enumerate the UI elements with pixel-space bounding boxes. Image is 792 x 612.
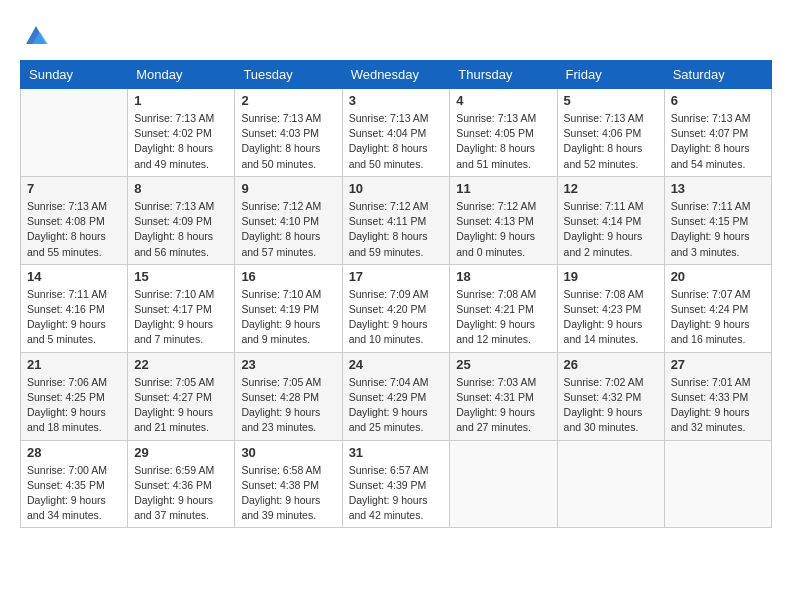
calendar-day-cell: 21Sunrise: 7:06 AMSunset: 4:25 PMDayligh… — [21, 352, 128, 440]
day-number: 30 — [241, 445, 335, 460]
calendar-day-cell: 9Sunrise: 7:12 AMSunset: 4:10 PMDaylight… — [235, 176, 342, 264]
calendar-day-cell: 31Sunrise: 6:57 AMSunset: 4:39 PMDayligh… — [342, 440, 450, 528]
calendar-header-monday: Monday — [128, 61, 235, 89]
calendar-day-cell: 28Sunrise: 7:00 AMSunset: 4:35 PMDayligh… — [21, 440, 128, 528]
day-info: Sunrise: 7:09 AMSunset: 4:20 PMDaylight:… — [349, 287, 444, 348]
day-info: Sunrise: 7:04 AMSunset: 4:29 PMDaylight:… — [349, 375, 444, 436]
day-info: Sunrise: 7:08 AMSunset: 4:23 PMDaylight:… — [564, 287, 658, 348]
day-number: 5 — [564, 93, 658, 108]
calendar-table: SundayMondayTuesdayWednesdayThursdayFrid… — [20, 60, 772, 528]
day-info: Sunrise: 6:57 AMSunset: 4:39 PMDaylight:… — [349, 463, 444, 524]
calendar-day-cell: 7Sunrise: 7:13 AMSunset: 4:08 PMDaylight… — [21, 176, 128, 264]
day-number: 14 — [27, 269, 121, 284]
calendar-day-cell: 27Sunrise: 7:01 AMSunset: 4:33 PMDayligh… — [664, 352, 771, 440]
calendar-day-cell — [21, 89, 128, 177]
day-info: Sunrise: 7:07 AMSunset: 4:24 PMDaylight:… — [671, 287, 765, 348]
calendar-day-cell: 25Sunrise: 7:03 AMSunset: 4:31 PMDayligh… — [450, 352, 557, 440]
calendar-day-cell: 8Sunrise: 7:13 AMSunset: 4:09 PMDaylight… — [128, 176, 235, 264]
day-number: 29 — [134, 445, 228, 460]
day-number: 26 — [564, 357, 658, 372]
day-number: 27 — [671, 357, 765, 372]
day-number: 13 — [671, 181, 765, 196]
calendar-day-cell: 6Sunrise: 7:13 AMSunset: 4:07 PMDaylight… — [664, 89, 771, 177]
day-number: 25 — [456, 357, 550, 372]
day-info: Sunrise: 6:58 AMSunset: 4:38 PMDaylight:… — [241, 463, 335, 524]
day-info: Sunrise: 7:13 AMSunset: 4:03 PMDaylight:… — [241, 111, 335, 172]
day-number: 9 — [241, 181, 335, 196]
day-info: Sunrise: 7:11 AMSunset: 4:16 PMDaylight:… — [27, 287, 121, 348]
day-info: Sunrise: 7:13 AMSunset: 4:02 PMDaylight:… — [134, 111, 228, 172]
logo-icon — [22, 20, 50, 48]
calendar-day-cell: 17Sunrise: 7:09 AMSunset: 4:20 PMDayligh… — [342, 264, 450, 352]
calendar-day-cell: 19Sunrise: 7:08 AMSunset: 4:23 PMDayligh… — [557, 264, 664, 352]
day-info: Sunrise: 7:11 AMSunset: 4:14 PMDaylight:… — [564, 199, 658, 260]
day-number: 15 — [134, 269, 228, 284]
day-number: 18 — [456, 269, 550, 284]
calendar-day-cell: 14Sunrise: 7:11 AMSunset: 4:16 PMDayligh… — [21, 264, 128, 352]
day-number: 20 — [671, 269, 765, 284]
calendar-day-cell: 10Sunrise: 7:12 AMSunset: 4:11 PMDayligh… — [342, 176, 450, 264]
day-number: 12 — [564, 181, 658, 196]
calendar-day-cell: 3Sunrise: 7:13 AMSunset: 4:04 PMDaylight… — [342, 89, 450, 177]
day-info: Sunrise: 6:59 AMSunset: 4:36 PMDaylight:… — [134, 463, 228, 524]
calendar-day-cell: 24Sunrise: 7:04 AMSunset: 4:29 PMDayligh… — [342, 352, 450, 440]
day-info: Sunrise: 7:08 AMSunset: 4:21 PMDaylight:… — [456, 287, 550, 348]
day-number: 23 — [241, 357, 335, 372]
calendar-day-cell: 29Sunrise: 6:59 AMSunset: 4:36 PMDayligh… — [128, 440, 235, 528]
day-number: 3 — [349, 93, 444, 108]
day-info: Sunrise: 7:05 AMSunset: 4:27 PMDaylight:… — [134, 375, 228, 436]
day-number: 16 — [241, 269, 335, 284]
day-info: Sunrise: 7:12 AMSunset: 4:10 PMDaylight:… — [241, 199, 335, 260]
calendar-header-tuesday: Tuesday — [235, 61, 342, 89]
day-number: 28 — [27, 445, 121, 460]
calendar-day-cell: 4Sunrise: 7:13 AMSunset: 4:05 PMDaylight… — [450, 89, 557, 177]
calendar-day-cell: 12Sunrise: 7:11 AMSunset: 4:14 PMDayligh… — [557, 176, 664, 264]
calendar-day-cell: 13Sunrise: 7:11 AMSunset: 4:15 PMDayligh… — [664, 176, 771, 264]
day-info: Sunrise: 7:12 AMSunset: 4:13 PMDaylight:… — [456, 199, 550, 260]
day-number: 10 — [349, 181, 444, 196]
calendar-header-thursday: Thursday — [450, 61, 557, 89]
calendar-day-cell — [450, 440, 557, 528]
logo — [20, 20, 50, 44]
day-info: Sunrise: 7:06 AMSunset: 4:25 PMDaylight:… — [27, 375, 121, 436]
day-info: Sunrise: 7:12 AMSunset: 4:11 PMDaylight:… — [349, 199, 444, 260]
day-number: 21 — [27, 357, 121, 372]
calendar-day-cell — [664, 440, 771, 528]
calendar-header-sunday: Sunday — [21, 61, 128, 89]
page-header — [20, 20, 772, 44]
day-info: Sunrise: 7:02 AMSunset: 4:32 PMDaylight:… — [564, 375, 658, 436]
calendar-header-row: SundayMondayTuesdayWednesdayThursdayFrid… — [21, 61, 772, 89]
day-info: Sunrise: 7:10 AMSunset: 4:17 PMDaylight:… — [134, 287, 228, 348]
calendar-day-cell: 2Sunrise: 7:13 AMSunset: 4:03 PMDaylight… — [235, 89, 342, 177]
calendar-header-friday: Friday — [557, 61, 664, 89]
day-info: Sunrise: 7:13 AMSunset: 4:06 PMDaylight:… — [564, 111, 658, 172]
day-number: 19 — [564, 269, 658, 284]
day-info: Sunrise: 7:10 AMSunset: 4:19 PMDaylight:… — [241, 287, 335, 348]
calendar-week-row: 28Sunrise: 7:00 AMSunset: 4:35 PMDayligh… — [21, 440, 772, 528]
calendar-header-saturday: Saturday — [664, 61, 771, 89]
day-info: Sunrise: 7:13 AMSunset: 4:05 PMDaylight:… — [456, 111, 550, 172]
calendar-day-cell: 20Sunrise: 7:07 AMSunset: 4:24 PMDayligh… — [664, 264, 771, 352]
day-number: 8 — [134, 181, 228, 196]
day-number: 24 — [349, 357, 444, 372]
day-info: Sunrise: 7:13 AMSunset: 4:07 PMDaylight:… — [671, 111, 765, 172]
calendar-week-row: 1Sunrise: 7:13 AMSunset: 4:02 PMDaylight… — [21, 89, 772, 177]
calendar-day-cell: 23Sunrise: 7:05 AMSunset: 4:28 PMDayligh… — [235, 352, 342, 440]
day-number: 6 — [671, 93, 765, 108]
calendar-week-row: 14Sunrise: 7:11 AMSunset: 4:16 PMDayligh… — [21, 264, 772, 352]
day-number: 31 — [349, 445, 444, 460]
calendar-day-cell: 18Sunrise: 7:08 AMSunset: 4:21 PMDayligh… — [450, 264, 557, 352]
calendar-day-cell: 5Sunrise: 7:13 AMSunset: 4:06 PMDaylight… — [557, 89, 664, 177]
day-number: 2 — [241, 93, 335, 108]
day-number: 7 — [27, 181, 121, 196]
calendar-week-row: 21Sunrise: 7:06 AMSunset: 4:25 PMDayligh… — [21, 352, 772, 440]
calendar-day-cell: 30Sunrise: 6:58 AMSunset: 4:38 PMDayligh… — [235, 440, 342, 528]
calendar-day-cell: 15Sunrise: 7:10 AMSunset: 4:17 PMDayligh… — [128, 264, 235, 352]
day-number: 22 — [134, 357, 228, 372]
day-info: Sunrise: 7:05 AMSunset: 4:28 PMDaylight:… — [241, 375, 335, 436]
calendar-week-row: 7Sunrise: 7:13 AMSunset: 4:08 PMDaylight… — [21, 176, 772, 264]
day-info: Sunrise: 7:00 AMSunset: 4:35 PMDaylight:… — [27, 463, 121, 524]
calendar-header-wednesday: Wednesday — [342, 61, 450, 89]
day-number: 11 — [456, 181, 550, 196]
calendar-day-cell: 16Sunrise: 7:10 AMSunset: 4:19 PMDayligh… — [235, 264, 342, 352]
